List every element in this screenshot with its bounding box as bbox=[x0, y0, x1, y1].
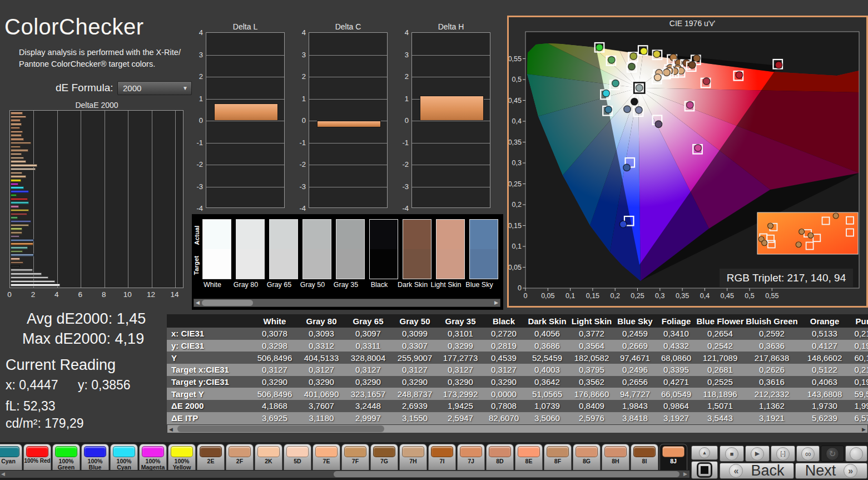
tab-label: 7I bbox=[429, 458, 455, 464]
tab-100-magenta[interactable]: 100% Magenta bbox=[139, 444, 167, 470]
table-cell: 1,9730 bbox=[800, 401, 850, 410]
tab-label: 8G bbox=[573, 458, 600, 464]
scroll-right-icon[interactable]: ▶ bbox=[683, 471, 687, 478]
table-scrollbar[interactable]: ◀ ▶ bbox=[167, 424, 868, 433]
gridline bbox=[206, 121, 284, 121]
tab-8i[interactable]: 8I bbox=[631, 444, 658, 470]
de-formula-value: 2000 bbox=[123, 83, 182, 93]
tab-100-yellow[interactable]: 100% Yellow bbox=[168, 444, 196, 470]
table-cell: 0,3395 bbox=[656, 365, 696, 374]
tab-scrollbar[interactable]: ◀ ▶ bbox=[0, 471, 690, 478]
table-cell: 59,5 bbox=[850, 389, 868, 399]
stop-button[interactable]: ■ bbox=[720, 446, 744, 462]
y-tick-label: 1 bbox=[199, 94, 203, 102]
blank-button[interactable] bbox=[845, 446, 867, 462]
svg-text:CIE 1976 u'v': CIE 1976 u'v' bbox=[669, 19, 715, 28]
table-scrollbar-thumb[interactable] bbox=[177, 425, 384, 432]
scroll-left-icon[interactable]: ◀ bbox=[196, 299, 200, 306]
table-row: Target x:CIE310,31270,31270,31270,31270,… bbox=[167, 364, 868, 376]
description-line2: Pantone ColorChecker® target colors. bbox=[19, 58, 196, 70]
de2000-bar bbox=[11, 246, 28, 249]
table-cell: 1,9843 bbox=[614, 401, 656, 410]
de-formula-dropdown[interactable]: 2000 ▼ bbox=[117, 81, 192, 95]
tab-100-blue[interactable]: 100% Blue bbox=[81, 444, 109, 470]
scroll-right-icon[interactable]: ▶ bbox=[494, 299, 498, 306]
tab-7g[interactable]: 7G bbox=[370, 444, 398, 470]
tab-8f[interactable]: 8F bbox=[544, 444, 572, 470]
tab-7h[interactable]: 7H bbox=[399, 444, 427, 470]
patch-color-swatch bbox=[113, 446, 135, 457]
table-cell: 0,4063 bbox=[800, 377, 850, 387]
tab-7j[interactable]: 7J bbox=[457, 444, 485, 470]
table-cell: 0,3127 bbox=[251, 365, 298, 374]
y-tick-label: 2 bbox=[405, 72, 409, 81]
scroll-right-icon[interactable]: ▶ bbox=[862, 425, 866, 434]
swatch-name: Blue Sky bbox=[460, 281, 499, 289]
measured-point-marker bbox=[695, 145, 702, 152]
de2000-bar bbox=[11, 269, 33, 271]
page-title: ColorChecker bbox=[4, 14, 144, 39]
tab-100-cyan[interactable]: 100% Cyan bbox=[110, 444, 138, 470]
tab-8g[interactable]: 8G bbox=[573, 444, 601, 470]
table-cell: 0,3290 bbox=[345, 377, 391, 387]
gridline bbox=[81, 111, 81, 288]
table-cell: 0,2720 bbox=[483, 329, 525, 338]
measured-point-marker bbox=[640, 48, 647, 55]
swatch-scrollbar-thumb[interactable] bbox=[202, 300, 253, 306]
x-tick-label: 12 bbox=[147, 290, 155, 299]
table-header-cell: Pur bbox=[850, 316, 868, 326]
refresh-button[interactable]: ↻ bbox=[821, 446, 844, 462]
de2000-bar bbox=[11, 235, 19, 238]
table-cell: 323,1657 bbox=[345, 389, 391, 399]
tab-8d[interactable]: 8D bbox=[486, 444, 514, 470]
tab-8e[interactable]: 8E bbox=[515, 444, 543, 470]
range-button[interactable]: [-] bbox=[771, 446, 795, 462]
tab-7i[interactable]: 7I bbox=[428, 444, 456, 470]
tab-2e[interactable]: 2E bbox=[197, 444, 225, 470]
tab-7e[interactable]: 7E bbox=[313, 444, 340, 470]
de2000-bar bbox=[11, 157, 24, 160]
swatch-scrollbar[interactable]: ◀ ▶ bbox=[194, 299, 500, 307]
table-cell: 328,8004 bbox=[345, 353, 391, 363]
next-button[interactable]: Next » bbox=[795, 463, 867, 479]
measured-point-marker bbox=[693, 55, 701, 62]
tab-cyan[interactable]: Cyan bbox=[0, 444, 22, 470]
gridline bbox=[309, 143, 387, 143]
marker-style-button[interactable] bbox=[691, 461, 718, 479]
table-cell: 60,1 bbox=[850, 353, 868, 363]
table-cell: 0,9864 bbox=[656, 401, 696, 410]
description: Display analysis is performed with the X… bbox=[19, 47, 196, 70]
tab-5d[interactable]: 5D bbox=[284, 444, 311, 470]
measured-point-marker bbox=[687, 101, 694, 108]
tab-2f[interactable]: 2F bbox=[226, 444, 254, 470]
table-cell: 0,4539 bbox=[483, 353, 525, 363]
tab-8h[interactable]: 8H bbox=[602, 444, 629, 470]
tab-scrollbar-thumb[interactable] bbox=[334, 471, 679, 477]
tab-100-green[interactable]: 100% Green bbox=[52, 444, 80, 470]
de2000-bar bbox=[11, 254, 34, 256]
tab-7f[interactable]: 7F bbox=[341, 444, 369, 470]
gridline bbox=[152, 111, 152, 288]
scroll-left-icon[interactable]: ◀ bbox=[1, 471, 5, 478]
scroll-up-button[interactable]: ▲ bbox=[691, 446, 718, 460]
tab-100-red[interactable]: 100% Red bbox=[23, 444, 51, 470]
scroll-left-icon[interactable]: ◀ bbox=[169, 425, 173, 434]
refresh-icon: ↻ bbox=[826, 447, 839, 461]
delta-chart-title: Delta L bbox=[233, 22, 257, 31]
de2000-bar bbox=[11, 112, 23, 115]
svg-text:0,3: 0,3 bbox=[655, 292, 664, 300]
tab-8j[interactable]: 8J bbox=[659, 444, 687, 470]
back-button[interactable]: « Back bbox=[720, 463, 794, 479]
measured-point-marker bbox=[630, 53, 637, 60]
gridline bbox=[412, 187, 490, 187]
tab-2k[interactable]: 2K bbox=[255, 444, 282, 470]
table-cell: 0,3127 bbox=[483, 365, 525, 374]
play-button[interactable]: ▶ bbox=[745, 446, 770, 462]
loop-button[interactable]: ∞ bbox=[796, 446, 820, 462]
swatch-actual bbox=[437, 220, 464, 249]
measured-point-marker bbox=[623, 164, 631, 171]
de2000-bar bbox=[11, 119, 21, 122]
de2000-bar bbox=[11, 183, 18, 186]
table-cell: 97,4671 bbox=[614, 353, 656, 363]
de2000-bar bbox=[11, 153, 22, 156]
